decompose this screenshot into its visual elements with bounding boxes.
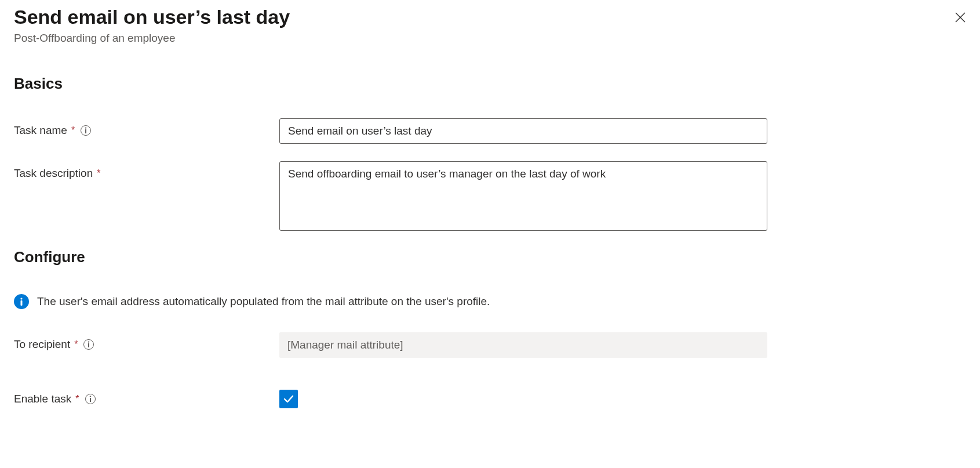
required-indicator: * bbox=[74, 339, 78, 350]
enable-task-checkbox[interactable] bbox=[279, 390, 298, 408]
svg-rect-5 bbox=[21, 300, 23, 306]
task-description-input[interactable] bbox=[279, 161, 767, 231]
svg-rect-7 bbox=[88, 343, 89, 347]
task-name-label: Task name* bbox=[14, 118, 279, 137]
required-indicator: * bbox=[75, 394, 79, 404]
to-recipient-input: [Manager mail attribute] bbox=[279, 332, 767, 358]
page-title: Send email on user’s last day bbox=[14, 6, 290, 28]
info-icon[interactable] bbox=[85, 394, 96, 404]
section-heading-configure: Configure bbox=[14, 248, 966, 266]
checkmark-icon bbox=[283, 393, 294, 405]
page-subtitle: Post-Offboarding of an employee bbox=[14, 32, 290, 45]
info-icon[interactable] bbox=[83, 339, 94, 350]
to-recipient-label: To recipient* bbox=[14, 332, 279, 351]
enable-task-label: Enable task* bbox=[14, 387, 279, 405]
svg-point-8 bbox=[89, 396, 90, 397]
task-name-input[interactable] bbox=[279, 118, 767, 144]
task-description-label: Task description* bbox=[14, 161, 279, 180]
svg-point-4 bbox=[20, 298, 22, 299]
info-icon[interactable] bbox=[81, 125, 91, 136]
svg-rect-3 bbox=[85, 129, 86, 133]
close-button[interactable] bbox=[951, 8, 970, 27]
close-icon bbox=[955, 12, 966, 23]
info-message: The user's email address automatically p… bbox=[14, 294, 966, 309]
svg-point-2 bbox=[85, 127, 86, 128]
info-filled-icon bbox=[14, 294, 29, 309]
required-indicator: * bbox=[97, 168, 100, 179]
required-indicator: * bbox=[71, 125, 75, 136]
svg-point-6 bbox=[88, 341, 89, 342]
svg-rect-9 bbox=[90, 398, 91, 402]
section-heading-basics: Basics bbox=[14, 75, 966, 93]
